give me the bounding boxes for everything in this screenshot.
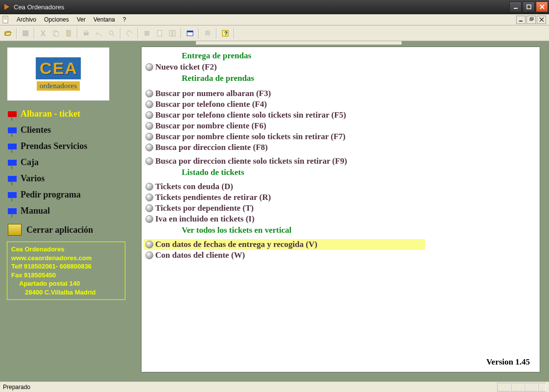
link-buscar-telefono-sin-retirar[interactable]: Buscar por telefono cliente solo tickets… [143, 110, 533, 121]
bullet-icon [145, 90, 153, 98]
toolbar-separator [138, 28, 139, 39]
toolbar-separator [34, 28, 35, 39]
bullet-icon [145, 204, 153, 212]
link-buscar-direccion-sin-retirar[interactable]: Busca por direccion cliente solo tickets… [143, 156, 533, 167]
link-tickets-pendientes[interactable]: Tickets pendientes de retirar (R) [143, 192, 533, 203]
nav-label: Albaran - ticket [21, 109, 80, 119]
link-iva-incluido[interactable]: Iva en incluido en tickets (I) [143, 214, 533, 224]
bullet-icon [145, 251, 153, 259]
svg-rect-0 [514, 8, 518, 9]
link-text: Con datos de fechas de entrega y recogid… [155, 240, 317, 249]
paste-button [63, 27, 74, 39]
link-buscar-direccion[interactable]: Busca por direccion cliente (F8) [143, 142, 533, 153]
nav-prendas-servicios[interactable]: Prendas Servicios [7, 138, 125, 154]
nav-label: Prendas Servicios [21, 141, 87, 151]
window-controls [509, 0, 549, 14]
link-buscar-telefono[interactable]: Buscar por telefono cliente (F4) [143, 99, 533, 110]
flag-icon [8, 160, 17, 166]
nav-albaran-ticket[interactable]: Albaran - ticket [7, 106, 125, 122]
link-tickets-dependiente[interactable]: Tickets por dependiente (T) [143, 203, 533, 214]
bullet-icon [145, 122, 153, 130]
status-cells [497, 383, 546, 392]
maximize-button[interactable] [523, 1, 535, 12]
svg-rect-17 [144, 31, 149, 36]
nav-caja[interactable]: Caja [7, 154, 125, 171]
link-tickets-deuda[interactable]: Tickets con deuda (D) [143, 181, 533, 192]
svg-rect-12 [67, 30, 71, 36]
svg-text:A: A [96, 31, 99, 36]
mdi-minimize-button[interactable] [516, 16, 525, 24]
nav-clientes[interactable]: Clientes [7, 122, 125, 138]
link-buscar-numero-albaran[interactable]: Buscar por numero albaran (F3) [143, 88, 533, 99]
window-title: Cea Ordenadores [14, 3, 509, 11]
nav-varios[interactable]: Varios [7, 171, 125, 187]
nav-exit[interactable]: Cerrar aplicación [7, 219, 125, 239]
menu-ver[interactable]: Ver [73, 15, 90, 24]
bullet-icon [145, 194, 153, 201]
mdi-close-button[interactable] [537, 16, 546, 24]
nav-label: Caja [21, 157, 39, 168]
flag-icon [8, 192, 17, 198]
document-active-bar [132, 41, 549, 47]
exit-label: Cerrar aplicación [26, 225, 93, 235]
link-buscar-nombre[interactable]: Buscar por nombre cliente (F6) [143, 121, 533, 131]
link-text: Tickets con deuda (D) [155, 182, 233, 192]
bullet-icon [145, 183, 153, 191]
section-retirada: Retirada de prendas [143, 73, 533, 84]
link-text: Tickets por dependiente (T) [155, 203, 254, 213]
print-preview-button [141, 27, 153, 39]
nav-label: Manual [21, 206, 50, 216]
menu-archivo[interactable]: Archivo [13, 15, 40, 24]
section-listado: Listado de tickets [143, 167, 533, 178]
link-buscar-nombre-sin-retirar[interactable]: Buscar por nombre cliente solo tickets s… [143, 131, 533, 142]
nav-label: Pedir programa [21, 190, 81, 200]
logo-top: C E A [36, 57, 81, 79]
toolbar-separator [77, 28, 78, 39]
link-text: Nuevo ticket (F2) [155, 62, 217, 72]
nav-pedir-programa[interactable]: Pedir programa [7, 187, 125, 203]
nav-label: Varios [21, 173, 45, 184]
open-button[interactable] [2, 27, 14, 39]
window-toggle-button[interactable] [184, 27, 196, 39]
logo-letter-c: C [40, 59, 52, 78]
bullet-icon [145, 241, 153, 248]
menu-opciones[interactable]: Opciones [40, 15, 73, 24]
main-area: C E A ordenadores Albaran - ticket Clien… [0, 41, 549, 381]
status-cell [511, 383, 525, 392]
title-bar: Cea Ordenadores [0, 0, 549, 14]
app-icon [3, 3, 11, 11]
menu-ventana[interactable]: Ventana [90, 15, 119, 24]
toolbar-separator [120, 28, 121, 39]
mdi-restore-button[interactable] [526, 16, 536, 24]
link-text: Busca por direccion cliente solo tickets… [155, 156, 347, 166]
svg-rect-6 [519, 21, 523, 22]
book-button [202, 27, 214, 39]
logo-letter-e: E [53, 59, 64, 78]
menu-help[interactable]: ? [119, 15, 130, 24]
undo-button [123, 27, 135, 39]
help-button[interactable]: ? [219, 27, 231, 39]
close-button[interactable] [536, 1, 548, 12]
link-nuevo-ticket[interactable]: Nuevo ticket (F2) [143, 62, 533, 73]
status-cell [497, 383, 511, 392]
link-text: Tickets pendientes de retirar (R) [155, 193, 271, 202]
svg-rect-19 [169, 30, 172, 36]
flag-icon [8, 111, 17, 117]
document-handle[interactable] [196, 41, 402, 45]
link-datos-cliente[interactable]: Con datos del cliente (W) [143, 250, 533, 261]
exit-icon [8, 224, 22, 236]
svg-rect-1 [527, 5, 531, 9]
link-text: Busca por direccion cliente (F8) [155, 143, 268, 152]
bullet-icon [145, 144, 153, 151]
svg-rect-11 [55, 32, 58, 36]
svg-rect-5 [4, 19, 7, 20]
nav-manual[interactable]: Manual [7, 203, 125, 219]
link-datos-fechas[interactable]: Con datos de fechas de entrega y recogid… [143, 239, 425, 250]
link-text: Buscar por nombre cliente solo tickets s… [155, 132, 345, 142]
document-panel: Entrega de prendas Nuevo ticket (F2) Ret… [141, 47, 540, 372]
svg-text:?: ? [224, 30, 228, 36]
svg-point-16 [109, 31, 113, 35]
minimize-button[interactable] [509, 1, 522, 12]
document-icon [2, 16, 10, 24]
svg-rect-9 [23, 30, 28, 36]
